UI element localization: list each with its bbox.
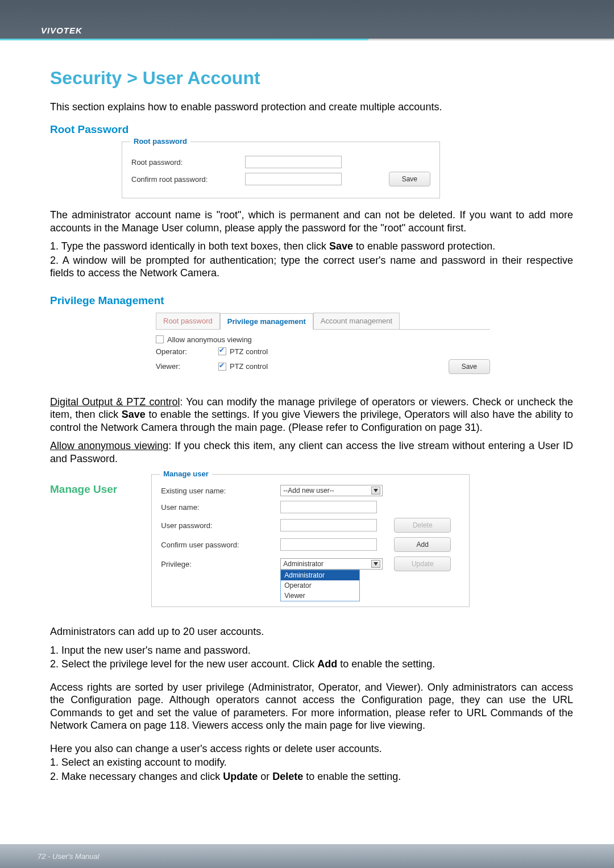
confirm-root-pw-input[interactable] [245, 173, 342, 185]
anon-para: Allow anonymous viewing: If you check th… [50, 439, 573, 465]
confirmpw-label: Confirm user password: [161, 541, 269, 549]
confirmpw-input[interactable] [280, 538, 377, 551]
confirm-root-pw-label: Confirm root password: [131, 175, 245, 184]
root-pw-label: Root password: [131, 158, 245, 167]
brand-label: VIVOTEK [41, 26, 82, 35]
mu-step4: 2. Make necessary changes and click Upda… [50, 770, 573, 783]
existing-label: Existing user name: [161, 487, 269, 495]
root-para1: The administrator account name is "root"… [50, 209, 573, 234]
mu-step1: 1. Input the new user's name and passwor… [50, 644, 573, 657]
privilege-option-operator[interactable]: Operator [281, 580, 359, 591]
footer: 72 - User's Manual [0, 844, 614, 868]
privilege-label: Privilege: [161, 560, 269, 568]
privilege-selected: Administrator [283, 560, 323, 568]
root-save-button[interactable]: Save [389, 172, 430, 186]
privilege-option-admin[interactable]: Administrator [281, 570, 359, 580]
mu-para2: Access rights are sorted by user privile… [50, 681, 573, 732]
viewer-ptz-checkbox[interactable] [218, 363, 226, 371]
page-title: Security > User Account [50, 68, 573, 89]
root-password-heading: Root Password [50, 123, 573, 136]
privilege-select[interactable]: Administrator [280, 558, 383, 570]
topbar: VIVOTEK [0, 0, 614, 39]
operator-ptz-checkbox[interactable] [218, 347, 226, 355]
allow-anon-checkbox[interactable] [156, 335, 164, 343]
chevron-down-icon [371, 560, 380, 568]
mu-step2: 2. Select the privilege level for the ne… [50, 658, 573, 671]
intro-text: This section explains how to enable pass… [50, 101, 573, 113]
privilege-option-viewer[interactable]: Viewer [281, 591, 359, 601]
manage-user-heading: Manage User [50, 483, 117, 496]
tab-privilege-mgmt[interactable]: Privilege management [220, 313, 313, 330]
root-step2: 2. A window will be prompted for authent… [50, 254, 573, 280]
anon-underline: Allow anonymous viewing [50, 440, 168, 451]
username-input[interactable] [280, 501, 377, 513]
root-pw-input[interactable] [245, 156, 342, 168]
privilege-save-button[interactable]: Save [449, 359, 490, 374]
tab-account-mgmt[interactable]: Account management [313, 313, 400, 329]
root-password-fieldset: Root password Root password: Confirm roo… [122, 142, 440, 198]
existing-user-value: --Add new user-- [283, 487, 334, 495]
root-password-legend: Root password [130, 137, 190, 146]
operator-ptz-label: PTZ control [230, 347, 268, 356]
viewer-ptz-label: PTZ control [230, 362, 268, 371]
privilege-heading: Privilege Management [50, 294, 573, 307]
userpw-label: User password: [161, 521, 269, 530]
mu-para3: Here you also can change a user's access… [50, 742, 573, 755]
do-ptz-underline: Digital Output & PTZ control [50, 396, 180, 408]
chevron-down-icon [371, 487, 380, 495]
manage-user-fieldset: Manage user Existing user name: --Add ne… [151, 474, 470, 607]
username-label: User name: [161, 503, 269, 512]
existing-user-select[interactable]: --Add new user-- [280, 485, 383, 496]
tabs: Root password Privilege management Accou… [156, 313, 490, 330]
tab-root-password[interactable]: Root password [156, 313, 220, 329]
operator-label: Operator: [156, 347, 218, 356]
userpw-input[interactable] [280, 519, 377, 531]
viewer-label: Viewer: [156, 362, 218, 371]
manage-user-legend: Manage user [160, 470, 211, 478]
mu-step3: 1. Select an existing account to modify. [50, 756, 573, 769]
mu-para1: Administrators can add up to 20 user acc… [50, 625, 573, 638]
footer-text: 72 - User's Manual [0, 844, 614, 861]
update-button[interactable]: Update [394, 556, 451, 571]
privilege-panel: Root password Privilege management Accou… [147, 313, 499, 385]
do-ptz-para: Digital Output & PTZ control: You can mo… [50, 396, 573, 434]
delete-button[interactable]: Delete [394, 518, 451, 533]
privilege-dropdown: Administrator Operator Viewer [280, 570, 360, 601]
allow-anon-label: Allow anonymous viewing [167, 335, 252, 344]
add-button[interactable]: Add [394, 537, 451, 552]
root-step1: 1. Type the password identically in both… [50, 240, 573, 253]
